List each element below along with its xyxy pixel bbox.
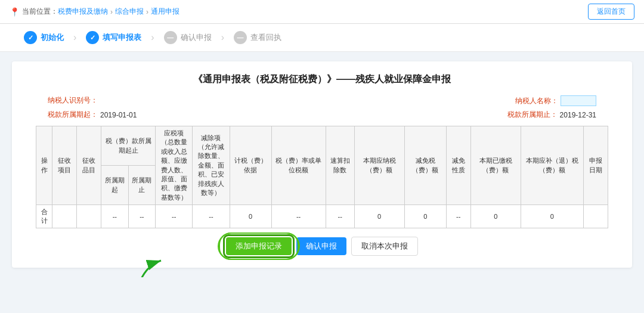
confirm-submit-button[interactable]: 确认申报 xyxy=(296,237,346,255)
th-basis: 计税（费）依据 xyxy=(230,126,271,205)
cell-date xyxy=(583,205,608,228)
th-payable: 本期应纳税（费）额 xyxy=(354,126,404,205)
cell-deduction: -- xyxy=(193,205,230,228)
table-row: 合计 -- -- -- -- 0 -- -- 0 0 -- 0 0 xyxy=(36,205,608,228)
cell-exempt: 0 xyxy=(404,205,446,228)
taxpayer-name-label: 纳税人名称： xyxy=(515,96,558,106)
step-2-label: 填写申报表 xyxy=(103,32,141,43)
cell-action: 合计 xyxy=(36,205,52,228)
step-arrow-1: › xyxy=(73,32,76,43)
th-period-end: 所属期止 xyxy=(128,166,156,205)
main-content: 《通用申报表（税及附征税费）》——残疾人就业保障金申报 纳税人识别号： 纳税人名… xyxy=(12,61,632,268)
th-project: 征收项目 xyxy=(52,126,77,205)
steps-bar: ✓ 初始化 › ✓ 填写申报表 › — 确认申报 › — 查看回执 xyxy=(0,24,644,52)
breadcrumb: 📍 当前位置： 税费申报及缴纳 › 综合申报 › 通用申报 xyxy=(10,7,179,17)
tax-period-end-item: 税款所属期止： 2019-12-31 xyxy=(507,110,596,120)
cell-exempt-type: -- xyxy=(446,205,470,228)
cell-basis: 0 xyxy=(230,205,271,228)
taxpayer-name-item: 纳税人名称： xyxy=(515,95,596,106)
cell-period-end: -- xyxy=(128,205,156,228)
step-arrow-2: › xyxy=(151,32,154,43)
th-taxable: 应税项（总数量或收入总额、应缴费人数、原值、面积、缴费基数等） xyxy=(156,126,193,205)
breadcrumb-link-2[interactable]: 综合申报 xyxy=(115,7,144,17)
breadcrumb-link-3[interactable]: 通用申报 xyxy=(151,7,179,17)
cell-rate: -- xyxy=(271,205,326,228)
step-1-circle: ✓ xyxy=(24,31,37,44)
tax-period-start-label: 税款所属期起： xyxy=(48,110,98,120)
cell-quick-deduct: -- xyxy=(326,205,354,228)
th-supplement: 本期应补（退）税（费）额 xyxy=(521,126,583,205)
breadcrumb-link-1[interactable]: 税费申报及缴纳 xyxy=(58,7,108,17)
th-deduction: 减除项（允许减除数量、金额、面积、已安排残疾人数等） xyxy=(193,126,230,205)
th-rate: 税（费）率或单位税额 xyxy=(271,126,326,205)
cell-taxable: -- xyxy=(156,205,193,228)
th-exempt: 减免税（费）额 xyxy=(404,126,446,205)
arrow-annotation xyxy=(131,255,173,277)
cell-item xyxy=(77,205,101,228)
location-icon: 📍 xyxy=(10,7,20,17)
step-4-circle: — xyxy=(234,31,247,44)
step-1-label: 初始化 xyxy=(41,32,64,43)
action-row: 添加申报记录 确认申报 取消本次申报 xyxy=(36,237,608,256)
step-4: — 查看回执 xyxy=(234,31,281,44)
th-action: 操作 xyxy=(36,126,52,205)
tax-period-end-value: 2019-12-31 xyxy=(560,111,596,119)
cell-period-start: -- xyxy=(101,205,129,228)
step-2-circle: ✓ xyxy=(86,31,99,44)
step-4-label: 查看回执 xyxy=(250,32,281,43)
step-arrow-3: › xyxy=(221,32,224,43)
taxpayer-id-item: 纳税人识别号： xyxy=(48,95,100,106)
step-3: — 确认申报 xyxy=(164,31,212,44)
cell-paid: 0 xyxy=(470,205,521,228)
th-exempt-type: 减免性质 xyxy=(446,126,470,205)
info-row-2: 税款所属期起： 2019-01-01 税款所属期止： 2019-12-31 xyxy=(36,110,608,120)
table-header-row-1: 操作 征收项目 征收品目 税（费）款所属期起止 应税项（总数量或收入总额、应缴费… xyxy=(36,126,608,166)
breadcrumb-prefix: 当前位置： xyxy=(22,7,58,17)
info-row-1: 纳税人识别号： 纳税人名称： xyxy=(36,95,608,106)
th-period-start: 所属期起 xyxy=(101,166,129,205)
tax-period-start-value: 2019-01-01 xyxy=(100,111,137,119)
data-table: 操作 征收项目 征收品目 税（费）款所属期起止 应税项（总数量或收入总额、应缴费… xyxy=(36,126,608,228)
tax-period-end-label: 税款所属期止： xyxy=(507,110,558,120)
add-record-button-wrapper: 添加申报记录 xyxy=(226,237,292,255)
th-quick-deduct: 速算扣除数 xyxy=(326,126,354,205)
top-bar: 📍 当前位置： 税费申报及缴纳 › 综合申报 › 通用申报 返回首页 xyxy=(0,0,644,24)
th-period: 税（费）款所属期起止 xyxy=(101,126,156,166)
step-3-label: 确认申报 xyxy=(181,32,212,43)
taxpayer-name-value xyxy=(561,95,596,106)
return-home-button[interactable]: 返回首页 xyxy=(588,4,634,20)
cell-project xyxy=(52,205,77,228)
step-1: ✓ 初始化 xyxy=(24,31,64,44)
tax-period-start-item: 税款所属期起： 2019-01-01 xyxy=(48,110,137,120)
th-item: 征收品目 xyxy=(77,126,101,205)
th-date: 申报日期 xyxy=(583,126,608,205)
taxpayer-id-label: 纳税人识别号： xyxy=(48,95,98,106)
step-3-circle: — xyxy=(164,31,177,44)
step-2: ✓ 填写申报表 xyxy=(86,31,141,44)
th-paid: 本期已缴税（费）额 xyxy=(470,126,521,205)
cell-payable: 0 xyxy=(354,205,404,228)
cell-supplement: 0 xyxy=(521,205,583,228)
cancel-submit-button[interactable]: 取消本次申报 xyxy=(351,237,418,256)
form-title: 《通用申报表（税及附征税费）》——残疾人就业保障金申报 xyxy=(36,73,608,86)
add-record-button[interactable]: 添加申报记录 xyxy=(226,237,292,255)
